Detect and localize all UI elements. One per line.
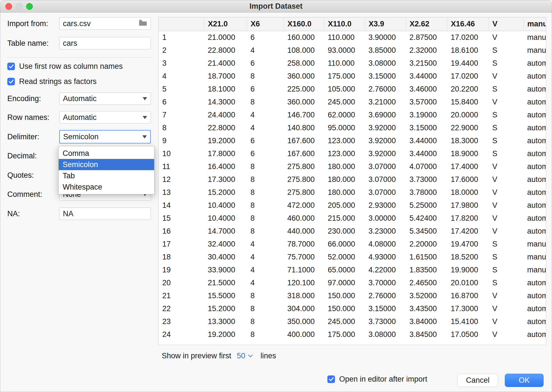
data-cell: 3.43500: [406, 302, 447, 315]
data-cell: 21.0000: [204, 31, 247, 44]
data-cell: 17.4000: [447, 160, 489, 173]
data-cell: autom: [523, 199, 546, 212]
data-cell: V: [489, 186, 523, 199]
chevron-down-icon: [248, 354, 253, 358]
close-window-button[interactable]: [5, 3, 12, 10]
data-cell: 123.000: [324, 134, 365, 147]
table-row: 1933.9000471.100065.00004.220001.8350019…: [159, 263, 546, 276]
decimal-label: Decimal:: [7, 152, 59, 160]
delimiter-select[interactable]: Semicolon: [59, 130, 151, 143]
data-cell: 120.100: [284, 276, 324, 289]
data-cell: 318.000: [284, 289, 324, 302]
import-from-field[interactable]: cars.csv: [59, 17, 151, 30]
row-number-cell: 23: [159, 315, 204, 328]
data-cell: 215.000: [324, 212, 365, 225]
data-cell: 146.700: [284, 108, 324, 121]
delimiter-option-comma[interactable]: Comma: [59, 148, 154, 159]
data-cell: 10.4000: [204, 199, 247, 212]
strings-as-factors-checkbox-row[interactable]: Read strings as factors: [7, 77, 152, 86]
open-editor-checkbox[interactable]: [327, 375, 335, 383]
data-cell: autom: [523, 70, 546, 83]
table-name-label: Table name:: [7, 39, 59, 48]
delimiter-option-tab[interactable]: Tab: [59, 170, 154, 181]
data-cell: autom: [523, 121, 546, 134]
first-row-names-checkbox[interactable]: [7, 63, 15, 70]
folder-icon[interactable]: [139, 19, 147, 28]
delimiter-option-semicolon[interactable]: Semicolon: [59, 159, 154, 170]
data-cell: V: [489, 199, 523, 212]
preview-lines-dropdown[interactable]: 50: [237, 352, 253, 360]
first-row-names-checkbox-row[interactable]: Use first row as column names: [7, 62, 152, 70]
data-cell: 14.3000: [204, 95, 247, 108]
row-number-cell: 8: [159, 121, 204, 134]
row-number-cell: 7: [159, 108, 204, 121]
data-cell: 8: [247, 212, 284, 225]
open-editor-checkbox-row[interactable]: Open in editor after import: [327, 375, 427, 384]
data-cell: 225.000: [284, 83, 324, 95]
strings-as-factors-label: Read strings as factors: [19, 77, 97, 86]
na-field[interactable]: NA: [59, 208, 151, 220]
data-cell: 140.800: [284, 121, 324, 134]
row-names-label: Row names:: [7, 113, 59, 122]
table-row: 121.00006160.000110.0003.900002.8750017.…: [159, 31, 546, 44]
encoding-row: Encoding: Automatic: [7, 92, 152, 105]
import-dataset-dialog: Import Dataset Import from: cars.csv Tab…: [0, 0, 552, 392]
data-cell: 4: [247, 276, 284, 289]
encoding-select[interactable]: Automatic: [59, 92, 151, 105]
data-cell: S: [489, 238, 523, 250]
zoom-window-button[interactable]: [26, 3, 33, 10]
table-name-row: Table name: cars: [7, 37, 152, 49]
data-cell: 19.9000: [447, 263, 489, 276]
preview-lines-suffix: lines: [261, 352, 276, 360]
data-cell: 4.93000: [365, 250, 406, 263]
data-cell: 16.4000: [204, 160, 247, 173]
data-cell: manu: [523, 250, 546, 263]
ok-button[interactable]: OK: [505, 374, 544, 387]
data-cell: 5.34500: [406, 225, 447, 238]
data-cell: 18.0000: [447, 186, 489, 199]
data-cell: 3.78000: [406, 186, 447, 199]
data-cell: 123.000: [324, 147, 365, 160]
minimize-window-button[interactable]: [16, 3, 22, 10]
data-cell: 97.0000: [324, 276, 365, 289]
na-label: NA:: [7, 209, 59, 218]
data-cell: 3.69000: [365, 108, 406, 121]
column-header: V: [489, 17, 523, 31]
data-cell: 6: [247, 57, 284, 70]
data-cell: 8: [247, 315, 284, 328]
data-cell: manu: [523, 238, 546, 250]
data-cell: 15.8400: [447, 95, 489, 108]
data-cell: 180.000: [324, 186, 365, 199]
table-row: 222.80004108.00093.00003.850002.3200018.…: [159, 44, 546, 57]
data-cell: V: [489, 289, 523, 302]
data-cell: 3.44000: [406, 70, 447, 83]
first-row-names-label: Use first row as column names: [19, 62, 123, 71]
data-cell: 175.000: [324, 70, 365, 83]
data-cell: 4: [247, 238, 284, 250]
data-cell: 304.000: [284, 302, 324, 315]
data-cell: 15.5000: [204, 289, 247, 302]
data-cell: 3.73000: [365, 315, 406, 328]
strings-as-factors-checkbox[interactable]: [7, 78, 15, 85]
data-cell: 3.92000: [365, 147, 406, 160]
data-cell: 8: [247, 70, 284, 83]
row-names-select[interactable]: Automatic: [59, 111, 151, 124]
data-cell: 3.21000: [365, 95, 406, 108]
data-cell: 3.52000: [406, 289, 447, 302]
data-cell: 2.87500: [406, 31, 447, 44]
data-cell: 24.4000: [204, 108, 247, 121]
table-name-field[interactable]: cars: [59, 37, 151, 49]
data-cell: V: [489, 302, 523, 315]
cancel-button[interactable]: Cancel: [457, 374, 498, 387]
data-cell: 6: [247, 147, 284, 160]
data-cell: autom: [523, 160, 546, 173]
data-cell: 6: [247, 31, 284, 44]
delimiter-option-whitespace[interactable]: Whitespace: [59, 181, 154, 193]
data-cell: 66.0000: [324, 238, 365, 250]
data-cell: 8: [247, 289, 284, 302]
data-cell: 2.93000: [365, 199, 406, 212]
preview-lines-prefix: Show in preview first: [162, 352, 231, 360]
data-cell: 22.8000: [204, 44, 247, 57]
data-cell: 4.08000: [365, 238, 406, 250]
data-cell: 3.08000: [365, 328, 406, 341]
